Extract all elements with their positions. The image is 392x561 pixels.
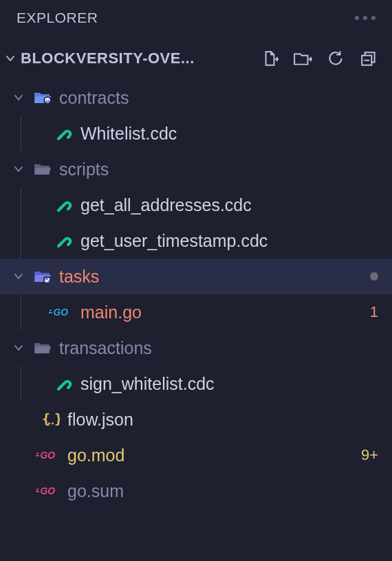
folder-label: contracts bbox=[59, 88, 378, 108]
warning-count-badge: 9+ bbox=[361, 446, 378, 464]
file-main-go[interactable]: GO main.go 1 bbox=[21, 294, 392, 330]
new-file-icon[interactable] bbox=[260, 49, 279, 68]
file-whitelist-cdc[interactable]: Whitelist.cdc bbox=[21, 116, 392, 151]
new-folder-icon[interactable] bbox=[293, 49, 312, 68]
more-actions-icon[interactable] bbox=[355, 16, 375, 20]
svg-point-15 bbox=[52, 423, 54, 425]
file-label: go.sum bbox=[67, 481, 378, 501]
chevron-down-icon bbox=[11, 271, 26, 282]
folder-scripts[interactable]: scripts bbox=[0, 151, 392, 187]
chevron-down-icon bbox=[11, 342, 26, 353]
chevron-down-icon bbox=[4, 53, 17, 64]
cadence-file-icon bbox=[54, 197, 74, 213]
chevron-down-icon bbox=[11, 164, 26, 175]
folder-open-icon bbox=[33, 162, 52, 177]
explorer-header: EXPLORER bbox=[0, 0, 392, 38]
cadence-file-icon bbox=[54, 125, 74, 142]
go-mod-file-icon: GO bbox=[36, 485, 61, 497]
json-file-icon: {} bbox=[41, 412, 61, 427]
svg-point-14 bbox=[48, 423, 50, 425]
file-flow-json[interactable]: {} flow.json bbox=[0, 402, 392, 437]
file-label: Whitelist.cdc bbox=[80, 124, 378, 144]
svg-text:}: } bbox=[54, 412, 60, 427]
file-sign-whitelist[interactable]: sign_whitelist.cdc bbox=[21, 366, 392, 402]
go-file-icon: GO bbox=[49, 306, 74, 318]
collapse-all-icon[interactable] bbox=[359, 49, 378, 68]
folder-label: transactions bbox=[59, 338, 378, 358]
file-label: flow.json bbox=[67, 410, 378, 430]
folder-contracts[interactable]: contracts bbox=[0, 80, 392, 116]
folder-label: tasks bbox=[59, 267, 363, 287]
file-label: sign_whitelist.cdc bbox=[80, 374, 378, 394]
file-go-sum[interactable]: GO go.sum bbox=[0, 473, 392, 509]
modified-dot-icon bbox=[370, 272, 378, 280]
svg-point-7 bbox=[47, 99, 48, 100]
workspace-title: BLOCKVERSITY-OVE... bbox=[21, 50, 256, 67]
folder-tasks[interactable]: tasks bbox=[0, 258, 392, 294]
explorer-title: EXPLORER bbox=[17, 10, 98, 26]
cadence-file-icon bbox=[54, 232, 74, 249]
refresh-icon[interactable] bbox=[326, 49, 345, 68]
file-label: go.mod bbox=[67, 446, 354, 465]
folder-open-blue-icon bbox=[33, 90, 52, 105]
svg-text:GO: GO bbox=[41, 450, 56, 461]
file-label: get_user_timestamp.cdc bbox=[80, 231, 378, 251]
error-count-badge: 1 bbox=[364, 303, 378, 321]
file-get-all-addresses[interactable]: get_all_addresses.cdc bbox=[21, 187, 392, 223]
go-mod-file-icon: GO bbox=[36, 449, 61, 461]
chevron-down-icon bbox=[11, 92, 26, 103]
workspace-row[interactable]: BLOCKVERSITY-OVE... bbox=[0, 38, 392, 78]
file-label: main.go bbox=[80, 302, 358, 322]
file-tree: contracts Whitelist.cdc scripts get_all_ bbox=[0, 78, 392, 509]
folder-label: scripts bbox=[59, 160, 378, 179]
folder-transactions[interactable]: transactions bbox=[0, 330, 392, 366]
svg-text:GO: GO bbox=[54, 307, 69, 318]
cadence-file-icon bbox=[54, 375, 74, 392]
folder-open-purple-icon bbox=[33, 269, 52, 284]
folder-open-icon bbox=[33, 340, 52, 355]
file-get-user-timestamp[interactable]: get_user_timestamp.cdc bbox=[21, 223, 392, 258]
file-go-mod[interactable]: GO go.mod 9+ bbox=[0, 437, 392, 473]
file-label: get_all_addresses.cdc bbox=[80, 195, 378, 215]
explorer-toolbar bbox=[260, 49, 378, 68]
svg-text:GO: GO bbox=[41, 485, 56, 496]
svg-text:{: { bbox=[42, 412, 50, 427]
